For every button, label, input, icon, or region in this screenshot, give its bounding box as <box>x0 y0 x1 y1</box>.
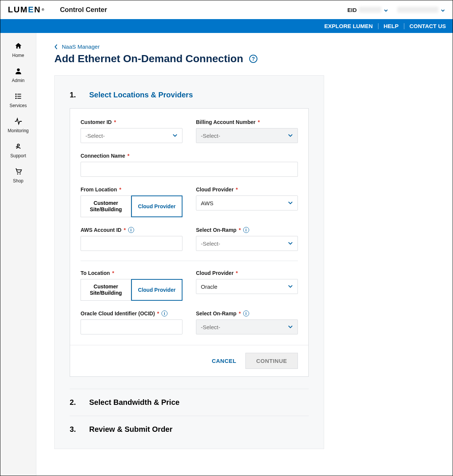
step-1-header: 1. Select Locations & Providers <box>70 91 309 99</box>
to-location-toggle: Customer Site/Building Cloud Provider <box>81 279 182 301</box>
nav-admin[interactable]: Admin <box>0 63 36 88</box>
chevron-down-icon <box>384 7 388 12</box>
to-onramp-label: Select On-Ramp* i <box>196 310 298 316</box>
breadcrumb[interactable]: NaaS Manager <box>54 43 441 50</box>
logo-prefix: LUM <box>8 5 28 15</box>
step-1-card: Customer ID* -Select- Billing Account Nu… <box>70 108 309 377</box>
svg-point-0 <box>17 69 19 71</box>
nav-shop[interactable]: Shop <box>0 163 36 188</box>
svg-point-9 <box>19 173 21 175</box>
customer-id-placeholder: -Select- <box>85 133 105 139</box>
step-3-title: Review & Submit Order <box>89 425 172 434</box>
info-icon[interactable]: i <box>243 310 249 316</box>
from-toggle-customer[interactable]: Customer Site/Building <box>81 195 131 217</box>
from-toggle-cloud[interactable]: Cloud Provider <box>131 195 182 217</box>
registered-mark: ® <box>42 8 45 12</box>
chevron-down-icon <box>172 133 178 139</box>
continue-button: CONTINUE <box>245 353 298 369</box>
svg-rect-2 <box>17 94 21 95</box>
svg-rect-4 <box>17 96 21 97</box>
from-onramp-select[interactable]: -Select- <box>196 236 298 251</box>
page-title: Add Ethernet On-Demand Connection <box>54 53 243 65</box>
to-location-label: To Location* <box>81 270 182 276</box>
nav-monitoring-label: Monitoring <box>7 128 28 133</box>
to-cloud-provider-label: Cloud Provider* <box>196 270 298 276</box>
aws-account-id-label: AWS Account ID* i <box>81 227 182 233</box>
help-icon[interactable]: ? <box>249 55 257 63</box>
chevron-down-icon <box>288 284 293 290</box>
step-1-title: Select Locations & Providers <box>89 91 193 99</box>
ban-label: Billing Account Number* <box>196 119 298 125</box>
chevron-down-icon <box>288 133 293 139</box>
home-icon <box>14 42 22 51</box>
to-toggle-customer[interactable]: Customer Site/Building <box>81 279 131 301</box>
to-cloud-provider-value: Oracle <box>201 284 217 290</box>
eid-dropdown[interactable]: EID <box>347 7 445 13</box>
contact-link[interactable]: CONTACT US <box>410 23 446 29</box>
step-3-number: 3. <box>70 425 77 434</box>
from-cloud-provider-select[interactable]: AWS <box>196 195 298 210</box>
step-1-number: 1. <box>70 91 77 99</box>
logo-suffix: N <box>34 5 41 15</box>
connection-name-input[interactable] <box>81 162 298 177</box>
from-location-label: From Location* <box>81 187 182 192</box>
ocid-label: Oracle Cloud Identifier (OCID)* i <box>81 310 182 316</box>
chevron-down-icon <box>288 240 293 247</box>
nav-services-label: Services <box>9 103 27 108</box>
step-3-row: 3. Review & Submit Order <box>70 416 309 434</box>
nav-monitoring[interactable]: Monitoring <box>0 113 36 138</box>
card-footer: CANCEL CONTINUE <box>70 345 308 376</box>
info-icon[interactable]: i <box>161 310 167 316</box>
ocid-input[interactable] <box>81 319 182 334</box>
top-header: LUMEN® Control Center EID <box>0 0 453 19</box>
svg-point-1 <box>15 94 16 95</box>
nav-shop-label: Shop <box>13 178 23 184</box>
svg-point-3 <box>15 95 16 97</box>
help-link[interactable]: HELP <box>384 23 399 29</box>
chevron-down-icon <box>288 200 293 206</box>
to-onramp-placeholder: -Select- <box>201 324 220 330</box>
from-location-toggle: Customer Site/Building Cloud Provider <box>81 195 182 217</box>
to-onramp-select: -Select- <box>196 319 298 334</box>
to-toggle-cloud[interactable]: Cloud Provider <box>131 279 182 301</box>
aws-account-id-input[interactable] <box>81 236 182 251</box>
ban-placeholder: -Select- <box>201 133 220 139</box>
svg-point-5 <box>15 98 16 99</box>
cart-icon <box>14 167 22 177</box>
breadcrumb-link[interactable]: NaaS Manager <box>62 43 100 50</box>
main-content: NaaS Manager Add Ethernet On-Demand Conn… <box>36 33 453 476</box>
wizard-panel: 1. Select Locations & Providers Customer… <box>54 75 324 449</box>
ban-select: -Select- <box>196 128 298 143</box>
svg-point-8 <box>17 173 18 175</box>
list-icon <box>14 92 22 101</box>
step-2-row: 2. Select Bandwidth & Price <box>70 389 309 416</box>
app-title: Control Center <box>60 6 107 14</box>
support-icon <box>14 142 22 152</box>
step-2-number: 2. <box>70 398 77 407</box>
account-name-redacted <box>397 7 438 13</box>
connection-name-label: Connection Name* <box>81 153 298 159</box>
to-cloud-provider-select[interactable]: Oracle <box>196 279 298 294</box>
from-cloud-provider-value: AWS <box>201 200 214 206</box>
nav-services[interactable]: Services <box>0 88 36 113</box>
divider <box>404 23 404 29</box>
info-icon[interactable]: i <box>128 227 134 233</box>
from-cloud-provider-label: Cloud Provider* <box>196 187 298 192</box>
utility-bar: EXPLORE LUMEN HELP CONTACT US <box>0 19 453 33</box>
nav-admin-label: Admin <box>12 78 24 83</box>
logo-e: E <box>28 5 34 15</box>
divider <box>81 261 298 261</box>
nav-support-label: Support <box>10 153 26 158</box>
explore-link[interactable]: EXPLORE LUMEN <box>324 23 373 29</box>
nav-support[interactable]: Support <box>0 138 36 163</box>
step-2-title: Select Bandwidth & Price <box>89 398 179 407</box>
chevron-left-icon <box>54 44 58 50</box>
divider <box>378 23 378 29</box>
info-icon[interactable]: i <box>243 227 249 233</box>
user-icon <box>14 67 22 76</box>
brand-logo[interactable]: LUMEN® <box>8 5 45 15</box>
cancel-button[interactable]: CANCEL <box>212 358 236 364</box>
chevron-down-icon <box>288 324 293 330</box>
customer-id-select[interactable]: -Select- <box>81 128 182 143</box>
nav-home[interactable]: Home <box>0 37 36 63</box>
